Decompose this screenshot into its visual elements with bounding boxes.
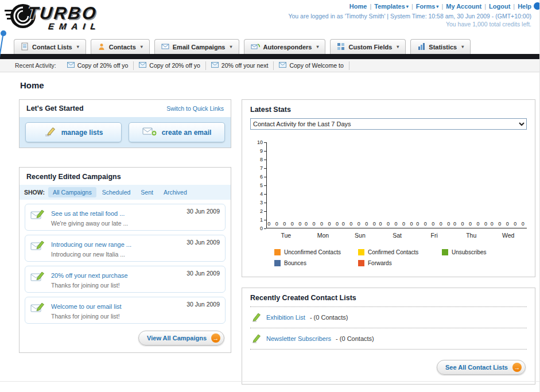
- contact-list-item: Newsletter Subscribers - (0 Contacts): [250, 328, 527, 350]
- tab-statistics[interactable]: Statistics▾: [410, 39, 471, 54]
- campaign-list-item[interactable]: Introducing our new range ... Introducin…: [25, 235, 226, 262]
- legend-swatch-icon: [358, 260, 364, 266]
- chart-ytick: 8: [260, 157, 266, 162]
- chart-ytick: 4: [260, 191, 266, 197]
- recent-campaigns-panel: Recently Edited Campaigns SHOW: All Camp…: [19, 167, 231, 353]
- chart-value-labels: 0 0 0 0 0: [453, 221, 490, 228]
- nav-separator: |: [513, 3, 515, 10]
- chart-category-label: Fri: [415, 232, 453, 239]
- recent-activity-item[interactable]: Copy of 20% off yo: [134, 61, 206, 70]
- nav-link-my-account[interactable]: My Account: [446, 3, 481, 10]
- campaign-list-item[interactable]: See us at the retail food ... We're givi…: [25, 204, 226, 231]
- chevron-down-icon: ▾: [230, 44, 232, 49]
- stats-activity-select[interactable]: Contact Activity for the Last 7 Days: [250, 118, 527, 130]
- envelope-icon: [211, 62, 219, 69]
- filter-sent[interactable]: Sent: [136, 187, 158, 197]
- filter-all-campaigns[interactable]: All Campaigns: [48, 187, 96, 197]
- chart-ytick: 3: [260, 200, 266, 205]
- legend-swatch-icon: [274, 260, 281, 266]
- recent-activity-item[interactable]: Copy of Welcome to: [274, 61, 349, 70]
- chart-value-labels: 0 0 0 0 0: [267, 221, 304, 228]
- chart-category-label: Thu: [453, 232, 490, 239]
- nav-divider-bar: [0, 54, 539, 59]
- contact-list-link[interactable]: Exhibition List: [266, 314, 305, 321]
- nav-link-forms[interactable]: Forms▾: [416, 3, 439, 10]
- manage-lists-button[interactable]: manage lists: [25, 122, 122, 142]
- nav-link-help[interactable]: Help: [518, 3, 531, 10]
- see-all-contact-lists-button[interactable]: See All Contact Lists →: [437, 360, 526, 375]
- campaign-date: 30 Jun 2009: [187, 270, 220, 289]
- tab-custom-fields[interactable]: Custom Fields▾: [330, 39, 406, 54]
- recent-activity-item[interactable]: Copy of 20% off yo: [62, 61, 134, 70]
- chart-category-label: Wed: [490, 232, 527, 239]
- main-nav-tabbar: Contact Lists▾ Contacts▾ Email Campaigns…: [0, 38, 539, 54]
- filter-archived[interactable]: Archived: [159, 187, 192, 197]
- legend-swatch-icon: [274, 249, 281, 255]
- chart-category-label: Mon: [305, 232, 342, 239]
- tab-contact-lists[interactable]: Contact Lists▾: [14, 39, 86, 54]
- filter-scheduled[interactable]: Scheduled: [98, 187, 135, 197]
- envelope-icon: [161, 42, 169, 52]
- envelope-pencil-icon: [30, 240, 46, 258]
- envelope-pencil-icon: [30, 302, 46, 320]
- chart-groups: 0 0 0 0 00 0 0 0 00 0 0 0 00 0 0 0 00 0 …: [267, 221, 527, 228]
- campaign-date: 30 Jun 2009: [187, 301, 220, 320]
- campaign-list-item[interactable]: 20% off your next purchase Thanks for jo…: [25, 266, 226, 293]
- campaign-date: 30 Jun 2009: [187, 208, 220, 227]
- chevron-down-icon: ▾: [436, 4, 438, 9]
- chart-categories: TueMonSunSatFriThuWed: [267, 232, 527, 239]
- envelope-icon: [139, 62, 146, 69]
- envelope-pencil-icon: [30, 271, 46, 289]
- campaign-title-link[interactable]: Introducing our new range ...: [51, 241, 131, 248]
- envelope-icon: [279, 62, 286, 69]
- page-title: Home: [20, 80, 522, 90]
- chevron-down-icon: ▾: [461, 44, 464, 49]
- chart-legend-item: Unconfirmed Contacts: [274, 249, 358, 255]
- latest-stats-panel: Latest Stats Contact Activity for the La…: [242, 99, 535, 277]
- contact-list-item: Exhibition List - (0 Contacts): [250, 307, 527, 328]
- switch-quick-links-link[interactable]: Switch to Quick Links: [166, 105, 224, 112]
- campaign-title-link[interactable]: See us at the retail food ...: [51, 210, 125, 217]
- tab-contacts[interactable]: Contacts▾: [91, 39, 150, 54]
- nav-link-home[interactable]: Home: [349, 3, 367, 10]
- create-email-button[interactable]: create an email: [129, 122, 225, 142]
- campaign-list-item[interactable]: Welcome to our email list Thanks for joi…: [25, 297, 226, 324]
- recent-activity-item[interactable]: 20% off your next: [206, 61, 274, 70]
- campaign-title-link[interactable]: Welcome to our email list: [51, 303, 122, 310]
- envelope-refresh-icon: [251, 42, 260, 52]
- campaign-subtitle: Thanks for joining our list!: [51, 282, 181, 289]
- nav-separator: |: [370, 3, 371, 10]
- nav-separator: |: [484, 3, 486, 10]
- recent-activity-label: Recent Activity:: [15, 62, 56, 69]
- recent-activity-bar: Recent Activity: Copy of 20% off yo Copy…: [0, 59, 539, 72]
- contact-list-link[interactable]: Newsletter Subscribers: [266, 335, 331, 342]
- chevron-down-icon: ▾: [77, 44, 79, 49]
- show-label: SHOW:: [24, 189, 45, 196]
- tab-autoresponders[interactable]: Autoresponders▾: [244, 39, 326, 54]
- view-all-campaigns-button[interactable]: View All Campaigns →: [138, 331, 224, 346]
- chart-value-labels: 0 0 0 0 0: [341, 221, 378, 228]
- chart-ytick: 5: [260, 183, 266, 188]
- envelope-icon: [67, 62, 75, 69]
- recent-contact-lists-title: Recently Created Contact Lists: [250, 294, 527, 302]
- decor-dot-icon: [534, 2, 540, 10]
- chart-yaxis: 012345678910: [254, 142, 266, 228]
- stats-chart: 012345678910 0 0 0 0 00 0 0 0 00 0 0 0 0…: [250, 142, 527, 266]
- recent-contact-lists-panel: Recently Created Contact Lists Exhibitio…: [242, 288, 535, 385]
- logo-text-primary: TURBO: [26, 3, 102, 23]
- contact-list-icon: [21, 42, 29, 52]
- campaign-title-link[interactable]: 20% off your next purchase: [51, 272, 128, 279]
- chevron-down-icon: ▾: [397, 44, 399, 49]
- tab-email-campaigns[interactable]: Email Campaigns▾: [154, 39, 239, 54]
- nav-link-templates[interactable]: Templates▾: [374, 3, 409, 10]
- top-nav: Home | Templates▾ | Forms▾ | My Account …: [349, 3, 531, 10]
- chart-legend-item: Forwards: [358, 260, 442, 266]
- campaign-filter-bar: SHOW: All Campaigns Scheduled Sent Archi…: [20, 185, 231, 200]
- campaign-subtitle: Introducing our new Italia ...: [51, 251, 181, 258]
- chevron-down-icon: ▾: [316, 44, 318, 49]
- person-icon: [98, 42, 106, 52]
- get-started-panel: Let's Get Started Switch to Quick Links …: [19, 99, 231, 148]
- chart-legend-item: Bounces: [274, 260, 358, 266]
- chart-ytick: 0: [260, 226, 266, 231]
- nav-link-logout[interactable]: Logout: [489, 3, 510, 10]
